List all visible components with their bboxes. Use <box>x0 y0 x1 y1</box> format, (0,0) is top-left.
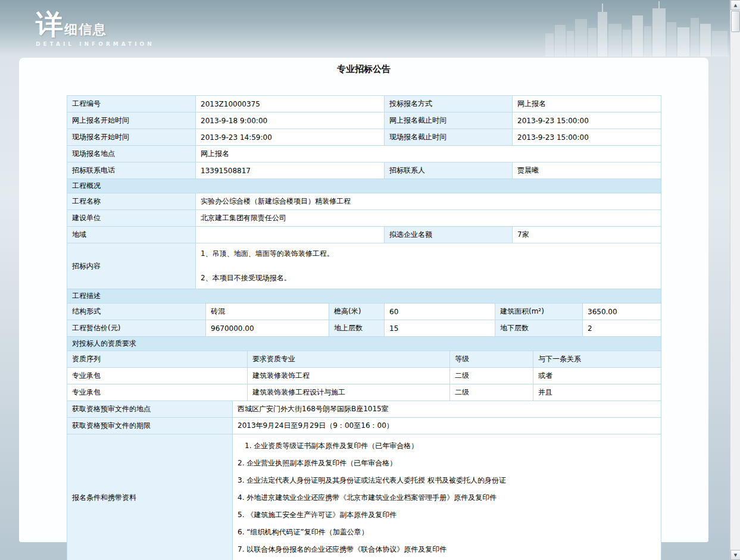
vertical-scrollbar[interactable]: ▲ ▼ <box>730 0 740 560</box>
bid-content-line: 1、吊顶、地面、墙面等的装饰装修工程。 <box>201 249 656 259</box>
field-label: 地上层数 <box>329 320 385 337</box>
table-row: 现场报名地点 网上报名 <box>67 146 661 162</box>
logo-subtitle: DETAIL INFORMATION <box>36 41 155 47</box>
field-value: 13391508817 <box>196 162 385 179</box>
field-value: 2013-9-18 9:00:00 <box>196 112 385 129</box>
field-value: 9670000.00 <box>206 320 329 337</box>
scrollbar-thumb[interactable] <box>731 11 740 32</box>
table-row: 报名条件和携带资料 1. 企业资质等级证书副本原件及复印件（已年审合格） 2. … <box>67 434 661 560</box>
scroll-up-button[interactable]: ▲ <box>730 0 740 10</box>
field-value: 15 <box>385 320 495 337</box>
column-header: 资质序列 <box>67 351 248 368</box>
field-value: 2013年9月24日至9月29日（9：00至16：00） <box>233 418 661 434</box>
material-item: 2. 企业营业执照副本原件及复印件（已年审合格） <box>238 455 656 472</box>
table-row: 网上报名开始时间 2013-9-18 9:00:00 网上报名截止时间 2013… <box>67 112 661 129</box>
qualification-row: 专业承包 建筑装饰装修工程设计与施工 二级 并且 <box>67 384 661 401</box>
field-label: 拟选企业名额 <box>385 227 513 243</box>
field-value: 网上报名 <box>196 146 661 162</box>
field-value: 2013-9-23 14:59:00 <box>196 129 385 146</box>
qualification-cell: 建筑装修装饰工程 <box>248 368 450 384</box>
table-row: 建设单位 北京建工集团有限责任公司 <box>67 210 661 227</box>
field-label: 获取资格预审文件的地点 <box>67 401 233 418</box>
city-skyline-graphic <box>545 0 730 57</box>
field-value: 3650.00 <box>583 304 661 320</box>
qualification-cell: 建筑装饰装修工程设计与施工 <box>248 384 450 401</box>
bid-content-line: 2、本项目不接受现场报名。 <box>201 273 656 283</box>
column-header: 等级 <box>450 351 533 368</box>
field-label: 建设单位 <box>67 210 196 227</box>
material-item: 5. 《建筑施工安全生产许可证》副本原件及复印件 <box>238 506 656 524</box>
field-value <box>196 227 385 243</box>
field-label: 投标报名方式 <box>385 96 513 112</box>
qualification-cell: 二级 <box>450 384 533 401</box>
scroll-down-button[interactable]: ▼ <box>730 550 740 560</box>
field-value: 网上报名 <box>513 96 661 112</box>
section-band-description: 工程描述 <box>67 289 661 304</box>
project-description-table: 工程描述 结构形式 砖混 檐高(米) 60 建筑面积(m²) 3650.00 工… <box>67 289 661 337</box>
qualification-cell: 或者 <box>533 368 661 384</box>
material-item: 3. 企业法定代表人身份证明及其身份证或法定代表人委托授 权书及被委托人的身份证 <box>238 472 656 489</box>
field-label: 招标联系电话 <box>67 162 196 179</box>
material-item: 7. 以联合体身份报名的企业还应携带《联合体协议》原件及复印件 <box>238 541 656 558</box>
field-label: 檐高(米) <box>329 304 385 320</box>
section-band-row: 工程概况 <box>67 179 661 193</box>
field-value: 1、吊顶、地面、墙面等的装饰装修工程。 2、本项目不接受现场报名。 <box>196 243 661 289</box>
field-value: 7家 <box>513 227 661 243</box>
content-panel: 专业招标公告 工程编号 2013Z10000375 投标报名方式 网上报名 网上… <box>19 58 708 542</box>
table-row: 招标内容 1、吊顶、地面、墙面等的装饰装修工程。 2、本项目不接受现场报名。 <box>67 243 661 289</box>
field-value: 北京建工集团有限责任公司 <box>196 210 661 227</box>
table-row: 工程暂估价(元) 9670000.00 地上层数 15 地下层数 2 <box>67 320 661 337</box>
table-row: 招标联系电话 13391508817 招标联系人 贾晨曦 <box>67 162 661 179</box>
field-value: 60 <box>385 304 495 320</box>
field-label: 现场报名截止时间 <box>385 129 513 146</box>
table-row: 结构形式 砖混 檐高(米) 60 建筑面积(m²) 3650.00 <box>67 304 661 320</box>
materials-list: 1. 企业资质等级证书副本原件及复印件（已年审合格） 2. 企业营业执照副本原件… <box>233 434 661 560</box>
field-label: 地域 <box>67 227 196 243</box>
qualification-table: 对投标人的资质要求 资质序列 要求资质专业 等级 与下一条关系 专业承包 建筑装… <box>67 336 661 401</box>
field-value: 砖混 <box>206 304 329 320</box>
field-value: 实验办公综合楼（新建综合楼项目）精装修工程 <box>196 193 661 210</box>
site-logo: 详 细信息 DETAIL INFORMATION <box>36 11 155 47</box>
table-row: 地域 拟选企业名额 7家 <box>67 227 661 243</box>
qualification-cell: 专业承包 <box>67 368 248 384</box>
field-label: 获取资格预审文件的期限 <box>67 418 233 434</box>
field-label: 工程编号 <box>67 96 196 112</box>
qualification-cell: 专业承包 <box>67 384 248 401</box>
field-label: 结构形式 <box>67 304 206 320</box>
material-item: 4. 外地进京建筑业企业还应携带《北京市建筑业企业档案管理手册》原件及复印件 <box>238 489 656 506</box>
column-header: 要求资质专业 <box>248 351 450 368</box>
table-row: 获取资格预审文件的地点 西城区广安门外大街168号朗琴国际B座1015室 <box>67 401 661 418</box>
section-band-row: 对投标人的资质要求 <box>67 337 661 351</box>
table-row: 工程编号 2013Z10000375 投标报名方式 网上报名 <box>67 96 661 112</box>
field-label: 招标联系人 <box>385 162 513 179</box>
material-item: 1. 企业资质等级证书副本原件及复印件（已年审合格） <box>238 437 656 455</box>
column-header: 与下一条关系 <box>533 351 661 368</box>
field-label: 现场报名开始时间 <box>67 129 196 146</box>
detail-table-area: 工程编号 2013Z10000375 投标报名方式 网上报名 网上报名开始时间 … <box>67 95 661 560</box>
field-label: 网上报名开始时间 <box>67 112 196 129</box>
field-value: 2 <box>583 320 661 337</box>
section-band-overview: 工程概况 <box>67 179 661 193</box>
field-value: 2013-9-23 15:00:00 <box>513 129 661 146</box>
table-row: 获取资格预审文件的期限 2013年9月24日至9月29日（9：00至16：00） <box>67 418 661 434</box>
qualification-cell: 二级 <box>450 368 533 384</box>
prequalification-table: 获取资格预审文件的地点 西城区广安门外大街168号朗琴国际B座1015室 获取资… <box>67 401 661 560</box>
logo-title: 详 细信息 <box>36 11 155 39</box>
table-row: 工程名称 实验办公综合楼（新建综合楼项目）精装修工程 <box>67 193 661 210</box>
field-label: 地下层数 <box>495 320 583 337</box>
field-label: 工程名称 <box>67 193 196 210</box>
field-label: 网上报名截止时间 <box>385 112 513 129</box>
table-row: 现场报名开始时间 2013-9-23 14:59:00 现场报名截止时间 201… <box>67 129 661 146</box>
logo-title-main: 详 <box>36 11 63 38</box>
field-label: 现场报名地点 <box>67 146 196 162</box>
qualification-cell: 并且 <box>533 384 661 401</box>
section-band-row: 工程描述 <box>67 289 661 304</box>
page-title: 专业招标公告 <box>19 58 708 80</box>
field-value: 贾晨曦 <box>513 162 661 179</box>
field-label: 报名条件和携带资料 <box>67 434 233 560</box>
field-label: 招标内容 <box>67 243 196 289</box>
field-label: 建筑面积(m²) <box>495 304 583 320</box>
basic-info-table: 工程编号 2013Z10000375 投标报名方式 网上报名 网上报名开始时间 … <box>67 95 661 289</box>
logo-title-sub: 细信息 <box>64 21 107 39</box>
qualification-row: 专业承包 建筑装修装饰工程 二级 或者 <box>67 368 661 384</box>
